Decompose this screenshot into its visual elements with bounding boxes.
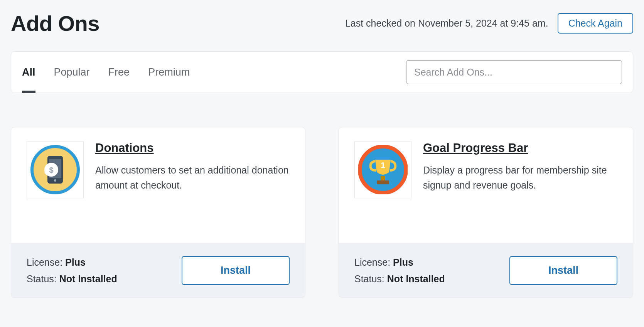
page-header: Add Ons Last checked on November 5, 2024… [11,11,633,36]
addon-description: Allow customers to set an additional don… [95,163,290,193]
filter-bar: All Popular Free Premium [11,51,633,93]
page-title: Add Ons [11,11,99,36]
svg-text:1: 1 [381,160,385,170]
license-value: Plus [393,257,413,268]
status-value: Not Installed [387,273,445,284]
svg-rect-8 [377,180,389,184]
addon-description: Display a progress bar for membership si… [423,163,617,193]
svg-point-3 [54,179,56,182]
tab-popular[interactable]: Popular [54,52,90,93]
svg-rect-7 [381,176,385,180]
addon-card-goal-progress: 1 Goal Progress Bar Display a progress b… [339,127,633,298]
license-label: License: [27,257,62,268]
search-input[interactable] [406,60,622,84]
install-button[interactable]: Install [509,256,617,285]
addon-meta: License: Plus Status: Not Installed [354,254,445,287]
status-label: Status: [27,273,57,284]
license-label: License: [354,257,390,268]
addon-card-donations: $ Donations Allow customers to set an ad… [11,127,305,298]
addon-title-link[interactable]: Goal Progress Bar [423,141,528,155]
tab-free[interactable]: Free [108,52,130,93]
addon-meta: License: Plus Status: Not Installed [27,254,117,287]
svg-text:$: $ [49,166,53,174]
trophy-icon: 1 [354,141,411,198]
addon-title-link[interactable]: Donations [95,141,154,155]
status-value: Not Installed [59,273,117,284]
filter-tabs: All Popular Free Premium [22,52,190,93]
install-button[interactable]: Install [182,256,290,285]
tab-premium[interactable]: Premium [148,52,190,93]
status-label: Status: [354,273,384,284]
last-checked-text: Last checked on November 5, 2024 at 9:45… [345,18,548,29]
check-again-button[interactable]: Check Again [558,13,633,34]
license-value: Plus [65,257,86,268]
addon-cards: $ Donations Allow customers to set an ad… [11,127,633,298]
tab-all[interactable]: All [22,52,35,93]
donations-icon: $ [27,141,84,198]
